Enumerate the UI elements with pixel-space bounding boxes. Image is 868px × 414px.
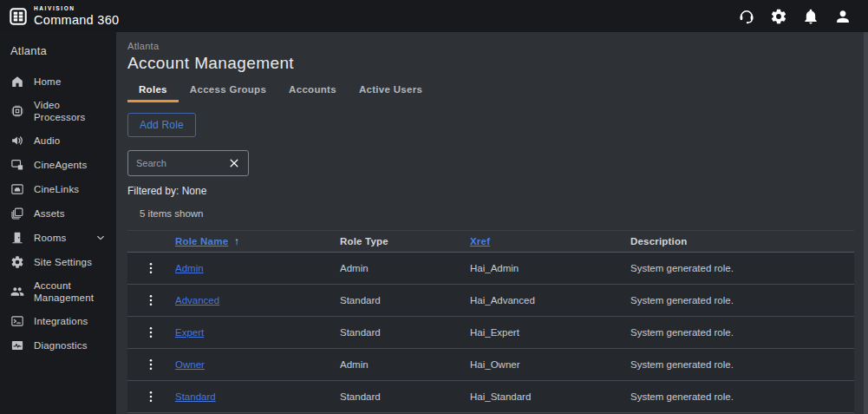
row-actions-button[interactable]	[144, 388, 160, 405]
table-header-row: Role Name↑Role TypeXrefDescription	[127, 230, 854, 253]
brand-name-large: Command 360	[34, 14, 119, 27]
settings-icon	[770, 8, 787, 25]
table-body: AdminAdminHai_AdminSystem generated role…	[127, 253, 854, 413]
sidebar-item-video-processors[interactable]: Video Processors	[0, 94, 116, 128]
account-management-icon	[10, 285, 24, 299]
brand-text: HAIVISION Command 360	[34, 6, 119, 26]
table-row: OwnerAdminHai_OwnerSystem generated role…	[127, 349, 854, 381]
row-actions-button[interactable]	[144, 292, 160, 309]
sidebar-item-cineagents[interactable]: CineAgents	[0, 153, 116, 177]
user-menu-button[interactable]	[833, 7, 852, 26]
tab-accounts[interactable]: Accounts	[277, 81, 348, 102]
xref-cell: Hai_Admin	[470, 263, 630, 273]
column-header-role-name[interactable]: Role Name↑	[175, 236, 340, 246]
description-cell: System generated role.	[630, 391, 854, 402]
close-icon	[228, 157, 242, 169]
column-header-description: Description	[630, 236, 854, 246]
sidebar-item-integrations[interactable]: Integrations	[0, 309, 116, 333]
column-header-label: Xref	[470, 236, 490, 246]
xref-cell: Hai_Owner	[470, 359, 630, 370]
user-icon	[834, 8, 852, 25]
breadcrumb: Atlanta	[127, 41, 854, 51]
row-actions-cell	[127, 388, 175, 405]
sidebar-item-home[interactable]: Home	[0, 69, 116, 94]
tab-bar: RolesAccess GroupsAccountsActive Users	[127, 81, 854, 102]
search-input[interactable]	[136, 158, 228, 168]
rooms-icon	[10, 231, 24, 245]
cinelinks-icon	[10, 182, 24, 196]
roles-table: Role Name↑Role TypeXrefDescription Admin…	[127, 230, 854, 413]
role-name-link[interactable]: Owner	[175, 359, 340, 370]
description-cell: System generated role.	[630, 263, 854, 273]
tab-roles[interactable]: Roles	[127, 81, 179, 102]
row-actions-cell	[127, 292, 175, 309]
video-processors-icon	[10, 104, 24, 118]
sidebar-item-audio[interactable]: Audio	[0, 128, 116, 153]
topbar-actions	[737, 7, 852, 26]
site-settings-icon	[10, 255, 24, 269]
main-content: Atlanta Account Management RolesAccess G…	[116, 32, 868, 414]
row-actions-button[interactable]	[144, 356, 160, 373]
table-row: AdvancedStandardHai_AdvancedSystem gener…	[127, 285, 854, 317]
role-name-link[interactable]: Advanced	[175, 295, 340, 306]
sidebar-item-rooms[interactable]: Rooms	[0, 226, 116, 250]
role-name-link[interactable]: Expert	[175, 327, 340, 338]
sidebar-item-assets[interactable]: Assets	[0, 201, 116, 226]
role-type-cell: Standard	[340, 391, 470, 402]
role-name-link[interactable]: Standard	[175, 391, 340, 402]
brand: HAIVISION Command 360	[9, 6, 119, 26]
sidebar-item-label: Account Management	[34, 279, 106, 304]
role-type-cell: Standard	[340, 327, 470, 338]
role-name-link[interactable]: Admin	[175, 263, 340, 273]
row-actions-cell	[127, 260, 175, 277]
sidebar-item-account-management[interactable]: Account Management	[0, 274, 116, 309]
table-row: StandardStandardHai_StandardSystem gener…	[127, 381, 854, 413]
column-header-label: Role Name	[175, 236, 228, 246]
sidebar-item-label: Home	[34, 76, 61, 88]
sort-asc-icon: ↑	[234, 236, 239, 246]
role-type-cell: Admin	[340, 359, 470, 370]
sidebar-item-cinelinks[interactable]: CineLinks	[0, 177, 116, 201]
sidebar-item-site-settings[interactable]: Site Settings	[0, 250, 116, 274]
row-actions-button[interactable]	[144, 324, 160, 341]
search-clear-button[interactable]	[228, 156, 242, 170]
column-header-label: Description	[630, 236, 687, 246]
settings-button[interactable]	[769, 7, 788, 26]
chevron-down-icon	[95, 233, 106, 243]
table-row: AdminAdminHai_AdminSystem generated role…	[127, 253, 854, 285]
filtered-by-label: Filtered by: None	[127, 185, 854, 197]
audio-icon	[10, 134, 24, 148]
sidebar-item-label: Video Processors	[34, 99, 106, 123]
row-actions-cell	[127, 324, 175, 341]
items-shown-label: 5 items shown	[140, 208, 854, 219]
sidebar-item-diagnostics[interactable]: Diagnostics	[0, 333, 116, 358]
notifications-button[interactable]	[801, 7, 820, 26]
search-box	[127, 150, 249, 176]
vertical-scrollbar[interactable]	[864, 32, 868, 414]
tab-active-users[interactable]: Active Users	[348, 81, 434, 102]
sidebar-site-label: Atlanta	[0, 39, 116, 69]
haivision-logo-icon	[9, 7, 28, 26]
tab-access-groups[interactable]: Access Groups	[179, 81, 277, 102]
kebab-icon	[144, 260, 160, 276]
column-header-xref[interactable]: Xref	[470, 236, 630, 246]
sidebar-item-label: Rooms	[34, 232, 66, 244]
sidebar-item-label: Site Settings	[34, 256, 92, 268]
table-row: ExpertStandardHai_ExpertSystem generated…	[127, 317, 854, 349]
sidebar-nav: HomeVideo ProcessorsAudioCineAgentsCineL…	[0, 69, 116, 358]
role-type-cell: Admin	[340, 263, 470, 273]
column-header-role-type: Role Type	[340, 236, 470, 246]
xref-cell: Hai_Standard	[470, 391, 630, 402]
layout: Atlanta HomeVideo ProcessorsAudioCineAge…	[0, 32, 868, 414]
add-role-button[interactable]: Add Role	[127, 113, 196, 137]
kebab-icon	[144, 292, 160, 308]
app-window: HAIVISION Command 360 Atlanta HomeVideo …	[0, 0, 868, 414]
sidebar-item-label: CineLinks	[34, 183, 79, 195]
kebab-icon	[144, 357, 160, 372]
topbar: HAIVISION Command 360	[0, 0, 868, 32]
row-actions-button[interactable]	[144, 260, 160, 277]
sidebar-item-label: Assets	[34, 207, 65, 220]
row-actions-cell	[127, 356, 175, 373]
description-cell: System generated role.	[630, 359, 854, 370]
support-button[interactable]	[737, 7, 756, 26]
